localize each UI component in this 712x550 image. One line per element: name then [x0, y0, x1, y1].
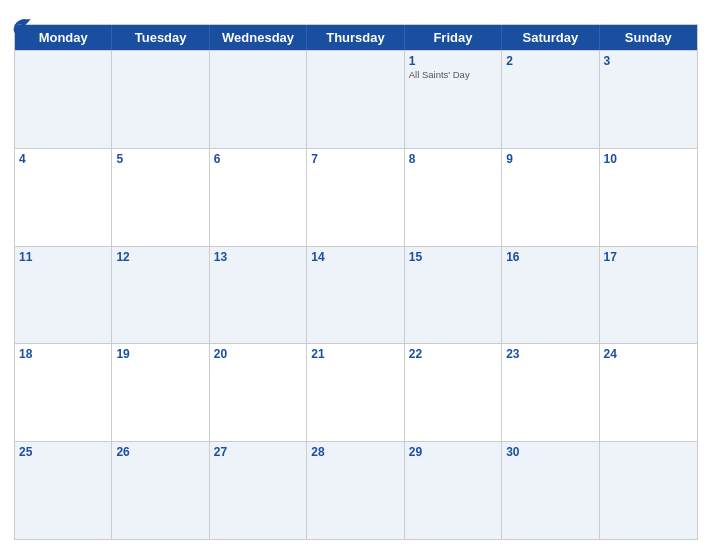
- day-number: 4: [19, 152, 107, 166]
- day-cell-1: 1All Saints' Day: [405, 51, 502, 148]
- day-cell-26: 26: [112, 442, 209, 539]
- day-cell-15: 15: [405, 247, 502, 344]
- day-number: 22: [409, 347, 497, 361]
- day-cell-28: 28: [307, 442, 404, 539]
- day-cell-7: 7: [307, 149, 404, 246]
- calendar-body: 1All Saints' Day234567891011121314151617…: [15, 50, 697, 539]
- day-number: 29: [409, 445, 497, 459]
- day-cell-18: 18: [15, 344, 112, 441]
- calendar-header: [14, 10, 698, 18]
- day-cell-17: 17: [600, 247, 697, 344]
- day-number: 30: [506, 445, 594, 459]
- week-row-2: 45678910: [15, 148, 697, 246]
- day-number: 1: [409, 54, 497, 68]
- day-number: 24: [604, 347, 693, 361]
- week-row-1: 1All Saints' Day23: [15, 50, 697, 148]
- day-cell-21: 21: [307, 344, 404, 441]
- day-cell-27: 27: [210, 442, 307, 539]
- logo-bird-icon: [10, 16, 32, 42]
- week-row-5: 252627282930: [15, 441, 697, 539]
- day-number: 19: [116, 347, 204, 361]
- day-number: 18: [19, 347, 107, 361]
- day-cell-20: 20: [210, 344, 307, 441]
- day-number: 7: [311, 152, 399, 166]
- day-cell-19: 19: [112, 344, 209, 441]
- day-cell-12: 12: [112, 247, 209, 344]
- day-cell-11: 11: [15, 247, 112, 344]
- day-number: 10: [604, 152, 693, 166]
- day-header-friday: Friday: [405, 25, 502, 50]
- day-cell-3: 3: [600, 51, 697, 148]
- week-row-3: 11121314151617: [15, 246, 697, 344]
- day-event: All Saints' Day: [409, 69, 497, 80]
- day-number: 5: [116, 152, 204, 166]
- day-cell-22: 22: [405, 344, 502, 441]
- day-cell-16: 16: [502, 247, 599, 344]
- day-cell-empty: [112, 51, 209, 148]
- day-cell-23: 23: [502, 344, 599, 441]
- day-cell-4: 4: [15, 149, 112, 246]
- day-header-thursday: Thursday: [307, 25, 404, 50]
- day-cell-25: 25: [15, 442, 112, 539]
- day-number: 25: [19, 445, 107, 459]
- calendar-page: MondayTuesdayWednesdayThursdayFridaySatu…: [0, 0, 712, 550]
- day-cell-9: 9: [502, 149, 599, 246]
- day-number: 16: [506, 250, 594, 264]
- day-cell-14: 14: [307, 247, 404, 344]
- day-number: 15: [409, 250, 497, 264]
- day-number: 26: [116, 445, 204, 459]
- day-cell-24: 24: [600, 344, 697, 441]
- calendar-grid: MondayTuesdayWednesdayThursdayFridaySatu…: [14, 24, 698, 540]
- day-number: 11: [19, 250, 107, 264]
- day-cell-empty: [210, 51, 307, 148]
- day-number: 3: [604, 54, 693, 68]
- day-header-sunday: Sunday: [600, 25, 697, 50]
- day-cell-30: 30: [502, 442, 599, 539]
- day-cell-8: 8: [405, 149, 502, 246]
- day-number: 27: [214, 445, 302, 459]
- day-number: 12: [116, 250, 204, 264]
- day-number: 21: [311, 347, 399, 361]
- day-cell-5: 5: [112, 149, 209, 246]
- day-number: 14: [311, 250, 399, 264]
- day-header-tuesday: Tuesday: [112, 25, 209, 50]
- day-cell-empty: [307, 51, 404, 148]
- day-number: 8: [409, 152, 497, 166]
- day-headers-row: MondayTuesdayWednesdayThursdayFridaySatu…: [15, 25, 697, 50]
- day-number: 20: [214, 347, 302, 361]
- day-cell-10: 10: [600, 149, 697, 246]
- day-cell-2: 2: [502, 51, 599, 148]
- day-cell-6: 6: [210, 149, 307, 246]
- day-number: 13: [214, 250, 302, 264]
- day-number: 28: [311, 445, 399, 459]
- day-cell-empty: [15, 51, 112, 148]
- day-number: 2: [506, 54, 594, 68]
- day-cell-empty: [600, 442, 697, 539]
- day-cell-13: 13: [210, 247, 307, 344]
- day-number: 17: [604, 250, 693, 264]
- day-header-wednesday: Wednesday: [210, 25, 307, 50]
- day-header-saturday: Saturday: [502, 25, 599, 50]
- day-number: 9: [506, 152, 594, 166]
- week-row-4: 18192021222324: [15, 343, 697, 441]
- day-number: 23: [506, 347, 594, 361]
- day-number: 6: [214, 152, 302, 166]
- day-cell-29: 29: [405, 442, 502, 539]
